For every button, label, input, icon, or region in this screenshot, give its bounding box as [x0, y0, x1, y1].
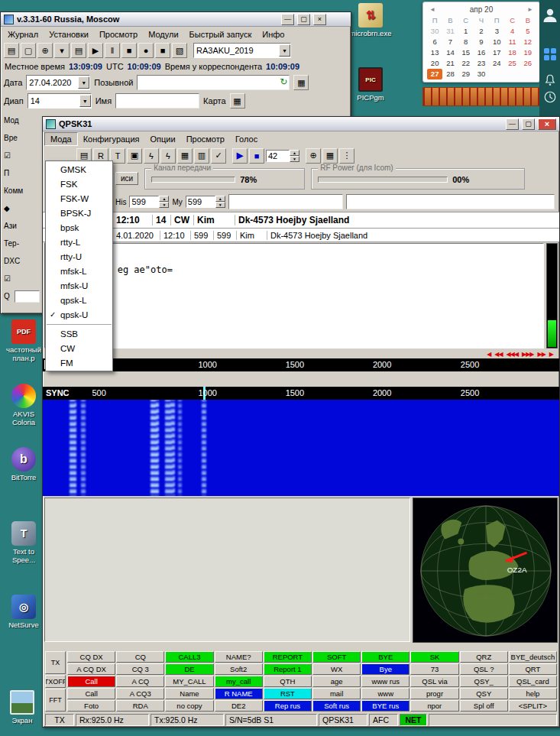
- macro-button[interactable]: Soft rus: [312, 700, 361, 712]
- macro-button[interactable]: QSL via: [410, 676, 458, 687]
- macro-button[interactable]: Bye: [361, 663, 409, 675]
- mode-menu-item[interactable]: mfsk-U: [47, 278, 112, 293]
- playback-nav-button[interactable]: ◀◀: [494, 351, 502, 358]
- tx-start-button[interactable]: ▶: [232, 148, 248, 164]
- calendar-day[interactable]: 6: [427, 37, 442, 47]
- user-icon[interactable]: [541, 6, 559, 26]
- mode-menu-item[interactable]: rtty-L: [47, 235, 112, 249]
- macro-button[interactable]: CQ: [116, 651, 164, 663]
- macro-button[interactable]: A CQ3: [116, 688, 164, 699]
- snapshot-icon[interactable]: ▦: [322, 148, 338, 164]
- mode-menu-item[interactable]: GMSK: [47, 162, 112, 177]
- macro-row-label-button[interactable]: TXOFF: [45, 675, 66, 687]
- calendar-day[interactable]: 29: [458, 69, 474, 79]
- calendar-day[interactable]: 10: [489, 37, 504, 47]
- minimize-button[interactable]: —: [281, 14, 294, 25]
- macro-button[interactable]: BYE rus: [361, 700, 409, 712]
- apps-grid-icon[interactable]: [543, 47, 557, 63]
- bell-icon[interactable]: [543, 73, 557, 89]
- close-button[interactable]: ×: [313, 14, 326, 25]
- playback-nav-button[interactable]: ◀: [487, 351, 490, 358]
- stop2-icon[interactable]: ■: [155, 43, 170, 58]
- macro-button[interactable]: SOFT: [312, 651, 361, 663]
- mode-menu-item[interactable]: CW: [47, 341, 112, 355]
- macro-button[interactable]: CALL3: [165, 651, 213, 663]
- log-table-icon[interactable]: ▦: [293, 75, 309, 90]
- macro-button[interactable]: Call: [67, 676, 115, 687]
- name-input[interactable]: [115, 93, 199, 109]
- spin-down-icon[interactable]: ▼: [159, 202, 169, 208]
- minimize-button[interactable]: —: [506, 118, 519, 130]
- flag-icon[interactable]: ▥: [194, 148, 209, 164]
- calendar-day[interactable]: 24: [489, 58, 504, 69]
- menu-item[interactable]: Конфигурация: [78, 133, 145, 145]
- macro-button[interactable]: help: [509, 688, 557, 699]
- calendar-day[interactable]: 23: [474, 58, 489, 69]
- calendar-day[interactable]: 20: [427, 58, 442, 69]
- calendar-day[interactable]: 2: [474, 26, 489, 37]
- macro-button[interactable]: Report 1: [264, 663, 312, 675]
- chevron-down-icon[interactable]: ▾: [279, 44, 290, 57]
- macro-button[interactable]: age: [312, 676, 361, 687]
- macro-button[interactable]: SK: [410, 651, 458, 663]
- spin-down-icon[interactable]: ▼: [215, 202, 225, 208]
- qso-info-input[interactable]: [228, 194, 343, 209]
- spin-up-icon[interactable]: ▲: [290, 150, 299, 156]
- tx-level-slider[interactable]: [151, 177, 235, 183]
- macro-button[interactable]: Rep rus: [264, 700, 312, 712]
- refresh-icon[interactable]: ↻: [280, 76, 287, 87]
- globe-icon[interactable]: ⊕: [37, 43, 53, 58]
- menu-item[interactable]: Журнал: [2, 28, 44, 41]
- macro-button[interactable]: WX: [312, 663, 361, 675]
- macro-button[interactable]: QRZ: [460, 651, 508, 663]
- check-icon[interactable]: ✓: [211, 148, 226, 164]
- macro-button[interactable]: QRT: [509, 663, 557, 675]
- desktop-icon-bittorrent[interactable]: b BitTorre: [2, 447, 46, 481]
- spin-up-icon[interactable]: ▲: [215, 196, 225, 202]
- menu-item[interactable]: Инфо: [257, 28, 290, 41]
- waterfall[interactable]: [43, 400, 559, 496]
- calendar-day[interactable]: 16: [474, 47, 489, 58]
- calendar-day[interactable]: 30: [474, 69, 489, 79]
- calendar-day[interactable]: 27: [427, 69, 442, 79]
- mode-menu-item[interactable]: qpsk-L: [47, 293, 112, 307]
- mode-menu-item[interactable]: mfsk-L: [47, 264, 112, 278]
- spinner-buttons[interactable]: ▲ ▼: [290, 150, 299, 162]
- macro-button[interactable]: MY_CALL: [165, 676, 213, 687]
- desktop-icon-pdf[interactable]: PDF частотный план.p: [2, 319, 46, 362]
- antenna-icon[interactable]: ϟ: [160, 148, 176, 164]
- macro-button[interactable]: NAME?: [215, 651, 263, 663]
- macro-button[interactable]: REPORT: [264, 651, 312, 663]
- calendar-day[interactable]: 17: [489, 47, 504, 58]
- desktop-icon-akvis[interactable]: AKVIS Coloria: [2, 384, 46, 426]
- calendar-day[interactable]: 18: [504, 47, 520, 58]
- macro-button[interactable]: CQ DX: [67, 651, 115, 663]
- maximize-button[interactable]: ▢: [522, 118, 535, 130]
- calendar-day[interactable]: 3: [489, 26, 504, 37]
- macro-button[interactable]: Call: [67, 688, 115, 699]
- calendar-next-button[interactable]: ►: [525, 6, 536, 13]
- menu-item[interactable]: Модули: [143, 28, 183, 41]
- records-button[interactable]: иси: [115, 172, 138, 185]
- his-rst-spinner[interactable]: 599 ▲ ▼: [129, 196, 169, 208]
- menu-item[interactable]: Просмотр: [94, 28, 143, 41]
- calendar-day[interactable]: 30: [427, 26, 442, 37]
- playback-nav-button[interactable]: ▶▶: [538, 351, 545, 358]
- macro-button[interactable]: Foto: [67, 700, 115, 712]
- macro-button[interactable]: QSL ?: [460, 663, 508, 675]
- macro-button[interactable]: QSY_: [460, 676, 508, 687]
- calendar-day[interactable]: 19: [520, 47, 536, 58]
- macro-button[interactable]: www: [361, 688, 409, 699]
- desktop-icon-netsurveillance[interactable]: ◎ NetSurve: [2, 595, 46, 629]
- macro-button[interactable]: RST: [264, 688, 312, 699]
- macro-button[interactable]: BYE_deutsch: [509, 651, 557, 663]
- dots-icon[interactable]: ⋮: [339, 148, 354, 164]
- macro-button[interactable]: www rus: [361, 676, 409, 687]
- macro-button[interactable]: BYE: [361, 651, 409, 663]
- macro-button[interactable]: QSL_card: [509, 676, 557, 687]
- macro-button[interactable]: RDA: [116, 700, 164, 712]
- macro-button[interactable]: progr: [410, 688, 458, 699]
- callsign-input[interactable]: ↻: [137, 75, 290, 90]
- playback-nav-button[interactable]: ◀◀◀: [507, 351, 518, 358]
- calendar-day[interactable]: 31: [442, 26, 458, 37]
